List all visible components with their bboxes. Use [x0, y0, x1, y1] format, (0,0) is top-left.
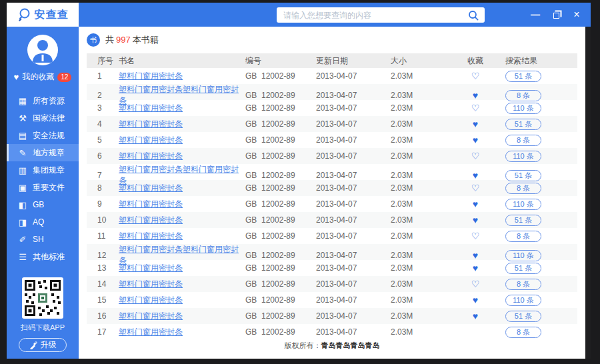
favorite-heart-icon[interactable]: ♡ — [471, 151, 480, 161]
logo-text: 安查查 — [35, 8, 69, 22]
sidebar-item-2[interactable]: ⚒ 国家法律 — [7, 109, 79, 127]
favorite-heart-icon[interactable]: ♥ — [473, 199, 478, 209]
results-cell: 8 条 — [500, 279, 577, 290]
book-name-link[interactable]: 塑料门窗用密封条 — [119, 327, 183, 337]
search-results-pill[interactable]: 8 条 — [505, 135, 541, 146]
sidebar-item-label: SH — [33, 235, 44, 244]
restore-button[interactable] — [551, 10, 561, 19]
book-name-link[interactable]: 塑料门窗用密封条 — [119, 151, 183, 161]
scrollbar[interactable] — [585, 27, 591, 359]
sidebar-item-label: 集团规章 — [33, 165, 65, 176]
favorite-heart-icon[interactable]: ♡ — [471, 279, 480, 289]
favorite-heart-icon[interactable]: ♥ — [473, 170, 478, 181]
update-date: 2013-04-07 — [309, 263, 384, 273]
book-name-link[interactable]: 塑料门窗用密封条 — [119, 231, 183, 241]
favorite-heart-icon[interactable]: ♡ — [471, 71, 480, 81]
sidebar-item-4[interactable]: ✎ 地方规章 — [7, 144, 79, 161]
favorite-heart-icon[interactable]: ♥ — [473, 135, 478, 145]
table-header-row: 序号书名编号更新日期大小收藏搜索结果 — [87, 53, 577, 68]
sidebar-item-7[interactable]: ◧ GB — [7, 196, 79, 213]
main-content: 书 共997本书籍 序号书名编号更新日期大小收藏搜索结果 1 塑料门窗用密封条 … — [79, 27, 585, 359]
search-results-pill[interactable]: 8 条 — [505, 231, 541, 242]
search-results-pill[interactable]: 51 条 — [505, 71, 541, 82]
favorite-heart-icon[interactable]: ♥ — [473, 119, 478, 129]
sidebar-item-8[interactable]: ◨ AQ — [7, 213, 79, 231]
sidebar-item-10[interactable]: ☰ 其他标准 — [7, 248, 79, 265]
file-size: 2.03M — [384, 199, 451, 209]
search-results-pill[interactable]: 8 条 — [505, 90, 541, 101]
favorite-heart-icon[interactable]: ♡ — [471, 183, 480, 193]
person-icon — [27, 35, 58, 65]
favorite-heart-icon[interactable]: ♥ — [473, 215, 478, 225]
document-icon: ▤ — [18, 131, 27, 141]
favorite-heart-icon[interactable]: ♡ — [471, 103, 480, 113]
search-results-pill[interactable]: 51 条 — [505, 215, 541, 226]
book-name-cell: 塑料门窗用密封条 — [119, 135, 245, 146]
search-results-pill[interactable]: 110 条 — [505, 199, 541, 210]
favorite-cell: ♥ — [451, 263, 500, 273]
search-results-pill[interactable]: 51 条 — [505, 263, 541, 274]
search-icon — [468, 10, 479, 21]
table-row: 4 塑料门窗用密封条 GB 12002-89 2013-04-07 2.03M … — [87, 116, 577, 132]
sidebar-item-3[interactable]: ▤ 安全法规 — [7, 127, 79, 144]
favorite-heart-icon[interactable]: ♡ — [471, 231, 480, 241]
avatar[interactable] — [27, 35, 58, 65]
table-row: 11 塑料门窗用密封条 GB 12002-89 2013-04-07 2.03M… — [87, 228, 577, 244]
book-name-link[interactable]: 塑料门窗用密封条 — [119, 279, 183, 289]
book-name-link[interactable]: 塑料门窗用密封条 — [119, 263, 183, 273]
favorite-heart-icon[interactable]: ♥ — [473, 90, 478, 101]
sidebar-item-1[interactable]: ▦ 所有资源 — [7, 92, 79, 109]
search-results-pill[interactable]: 8 条 — [505, 279, 541, 290]
sidebar-item-label: 所有资源 — [33, 95, 65, 107]
minimize-button[interactable]: — — [531, 10, 540, 19]
book-name-link[interactable]: 塑料门窗用密封条 — [119, 119, 183, 129]
search-results-pill[interactable]: 110 条 — [505, 295, 541, 306]
favorite-heart-icon[interactable]: ♥ — [473, 311, 478, 321]
file-size: 2.03M — [384, 135, 451, 145]
update-date: 2013-04-07 — [309, 295, 384, 305]
app-window: 安查查 ♥ 我的收藏 12 ▦ 所有资源 ⚒ 国家法律 ▤ 安全法规 ✎ — [7, 3, 591, 359]
search-results-pill[interactable]: 51 条 — [505, 170, 541, 181]
file-size: 2.03M — [384, 183, 451, 193]
book-code: GB 12002-89 — [245, 71, 309, 81]
favorite-heart-icon[interactable]: ♥ — [473, 250, 478, 261]
column-header: 搜索结果 — [500, 55, 577, 67]
sidebar-item-5[interactable]: ▥ 集团规章 — [7, 161, 79, 179]
column-header: 大小 — [384, 55, 451, 67]
update-date: 2013-04-07 — [309, 119, 384, 129]
book-name-link[interactable]: 塑料门窗用密封条 — [119, 199, 183, 209]
row-number: 7 — [87, 171, 119, 180]
book-name-link[interactable]: 塑料门窗用密封条 — [119, 103, 183, 113]
update-date: 2013-04-07 — [309, 171, 384, 180]
search-results-pill[interactable]: 110 条 — [505, 103, 541, 114]
sidebar-item-9[interactable]: ✐ SH — [7, 231, 79, 248]
search-results-pill[interactable]: 110 条 — [505, 151, 541, 162]
search-results-pill[interactable]: 110 条 — [505, 250, 541, 261]
results-cell: 110 条 — [500, 151, 577, 162]
book-name-link[interactable]: 塑料门窗用密封条 — [119, 183, 183, 193]
book-name-cell: 塑料门窗用密封条 — [119, 151, 245, 162]
book-name-link[interactable]: 塑料门窗用密封条 — [119, 135, 183, 145]
list-icon: ☰ — [18, 252, 27, 262]
my-favorites[interactable]: ♥ 我的收藏 12 — [14, 71, 72, 83]
search-results-pill[interactable]: 8 条 — [505, 183, 541, 194]
search-results-pill[interactable]: 51 条 — [505, 119, 541, 130]
book-name-link[interactable]: 塑料门窗用密封条 — [119, 215, 183, 225]
search-results-pill[interactable]: 51 条 — [505, 311, 541, 322]
column-header: 编号 — [245, 55, 309, 67]
book-name-link[interactable]: 塑料门窗用密封条 — [119, 71, 183, 81]
book-name-link[interactable]: 塑料门窗用密封条 — [119, 311, 183, 321]
book-circle-icon: 书 — [87, 33, 100, 47]
sidebar-item-6[interactable]: ▣ 重要文件 — [7, 179, 79, 196]
search-button[interactable] — [462, 7, 485, 23]
close-button[interactable]: × — [572, 10, 581, 19]
table-row: 1 塑料门窗用密封条 GB 12002-89 2013-04-07 2.03M … — [87, 68, 577, 84]
favorite-heart-icon[interactable]: ♥ — [473, 263, 478, 273]
search-input[interactable] — [277, 11, 462, 20]
file-size: 2.03M — [384, 103, 451, 113]
favorite-heart-icon[interactable]: ♥ — [473, 295, 478, 305]
book-name-link[interactable]: 塑料门窗用密封条 — [119, 295, 183, 305]
upgrade-button[interactable]: 升级 — [19, 338, 67, 352]
file-size: 2.03M — [384, 171, 451, 180]
search-results-pill[interactable]: 8 条 — [505, 327, 541, 338]
